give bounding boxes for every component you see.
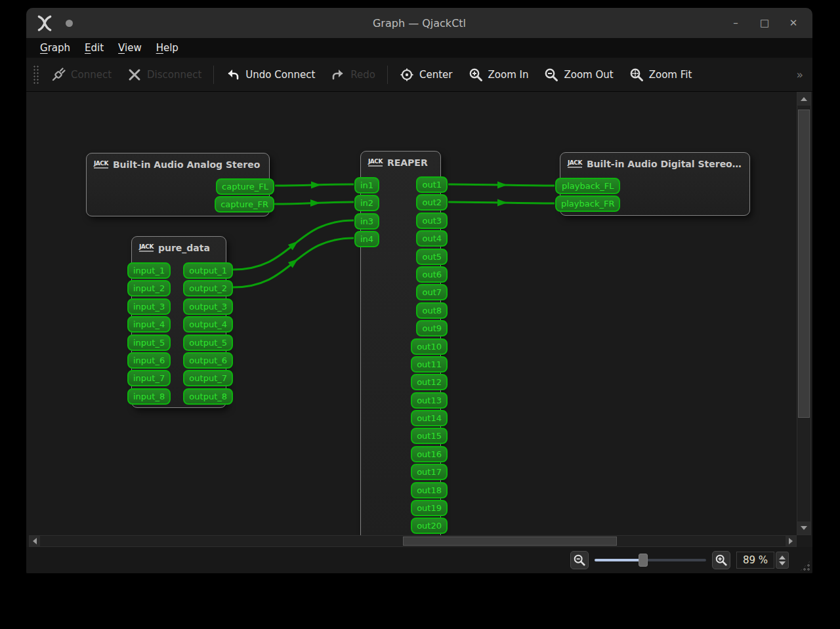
output-port[interactable]: out9 [416,320,448,336]
up-arrow-icon [801,97,807,101]
disconnect-button[interactable]: Disconnect [119,63,209,87]
input-port[interactable]: input_1 [127,262,171,279]
qjackctl-graph-window: Graph — QjackCtl – □ ✕ Graph Edit View H… [26,8,812,573]
titlebar[interactable]: Graph — QjackCtl – □ ✕ [26,8,812,38]
undo-connect-button[interactable]: Undo Connect [218,63,323,87]
output-port[interactable]: out12 [411,374,448,390]
statusbar-zoom-in-button[interactable] [712,551,730,569]
node-reaper[interactable]: JACK REAPER in1in2in3in4 out1out2out3out… [360,151,441,535]
zoom-in-button[interactable]: Zoom In [461,63,537,87]
scroll-right-button[interactable] [786,536,796,546]
input-port[interactable]: input_5 [127,335,171,351]
input-port[interactable]: in1 [354,177,379,193]
node-title: REAPER [387,157,428,168]
vertical-scrollbar-thumb[interactable] [798,110,810,418]
scroll-up-button[interactable] [797,92,810,106]
output-port[interactable]: output_5 [183,335,233,351]
input-port[interactable]: input_7 [127,370,171,386]
left-arrow-icon [33,538,37,544]
jack-badge-icon: JACK [94,161,108,169]
vertical-scrollbar[interactable] [797,92,811,535]
statusbar-zoom-out-button[interactable] [570,551,589,569]
menubar: Graph Edit View Help [26,38,812,58]
scroll-left-button[interactable] [30,536,40,546]
zoom-out-button[interactable]: Zoom Out [536,63,621,87]
input-port[interactable]: playback_FR [555,195,620,212]
input-port[interactable]: input_3 [127,298,171,315]
zoom-spin-buttons[interactable] [776,552,789,569]
output-port[interactable]: output_7 [183,370,233,386]
graph-canvas[interactable]: JACK Built-in Audio Analog Stereo captur… [26,92,797,535]
scroll-down-button[interactable] [797,521,810,535]
zoom-slider-handle[interactable] [639,554,648,567]
input-port[interactable]: in4 [354,231,379,247]
node-title: pure_data [158,243,210,253]
input-port[interactable]: input_6 [127,352,171,369]
redo-button[interactable]: Redo [323,63,383,87]
output-port[interactable]: output_6 [183,352,233,369]
output-port[interactable]: out1 [416,176,448,193]
undo-arrow-icon [226,68,240,82]
output-port[interactable]: out19 [411,500,448,516]
output-port[interactable]: output_4 [183,316,233,333]
output-port[interactable]: out14 [411,410,448,426]
reaper-output-ports: out1out2out3out4out5out6out7out8out9out1… [411,176,448,534]
output-port[interactable]: out4 [416,230,448,247]
center-button[interactable]: Center [392,63,461,87]
toolbar-overflow-chevron[interactable]: » [797,68,807,81]
output-port[interactable]: capture_FL [216,178,274,195]
center-crosshair-icon [400,68,414,82]
menu-view[interactable]: View [111,40,149,56]
input-port[interactable]: playback_FL [555,178,620,194]
output-port[interactable]: output_8 [183,388,233,405]
output-port[interactable]: out18 [411,482,448,498]
window-resize-grip[interactable] [800,561,810,571]
menu-help[interactable]: Help [149,40,186,56]
output-port[interactable]: out11 [411,356,448,373]
zoom-slider[interactable] [595,554,706,567]
input-port[interactable]: input_4 [127,316,171,333]
node-digital-stereo[interactable]: JACK Built-in Audio Digital Stereo… play… [560,152,750,216]
zoom-fit-button[interactable]: Zoom Fit [621,63,700,87]
output-port[interactable]: out2 [416,194,448,211]
output-port[interactable]: capture_FR [215,196,274,213]
output-port[interactable]: output_2 [183,280,233,296]
node-title: Built-in Audio Digital Stereo… [587,159,742,169]
output-port[interactable]: out17 [411,464,448,480]
input-port[interactable]: in3 [354,213,379,230]
menu-edit[interactable]: Edit [77,40,111,56]
zoom-out-magnifier-icon [573,554,586,567]
spin-down-icon [779,561,786,565]
output-port[interactable]: out8 [416,302,448,319]
node-pure-data[interactable]: JACK pure_data input_1input_2input_3inpu… [131,236,226,408]
output-port[interactable]: out3 [416,213,448,229]
input-port[interactable]: input_2 [127,280,171,296]
menu-graph[interactable]: Graph [33,40,77,56]
output-port[interactable]: out15 [411,428,448,444]
node-analog-stereo[interactable]: JACK Built-in Audio Analog Stereo captur… [86,153,270,216]
horizontal-scrollbar[interactable] [29,535,797,547]
output-port[interactable]: out5 [416,249,448,265]
zoom-percent-value[interactable]: 89 % [736,552,774,569]
output-port[interactable]: out7 [416,284,448,300]
toolbar-separator [387,66,388,84]
jack-badge-icon: JACK [368,159,383,167]
output-port[interactable]: out13 [411,392,448,409]
wire-arrow-icon [310,199,320,207]
output-port[interactable]: out20 [411,517,448,534]
horizontal-scrollbar-thumb[interactable] [403,537,617,546]
output-port[interactable]: output_3 [183,298,233,315]
toolbar-drag-handle[interactable] [33,65,39,85]
connect-button[interactable]: Connect [43,63,119,87]
wire-arrow-icon [497,199,507,207]
right-arrow-icon [789,538,793,544]
output-port[interactable]: out16 [411,446,448,462]
wire-arrow-icon [311,182,321,189]
output-port[interactable]: output_1 [183,262,233,279]
zoom-percent-spinbox: 89 % [736,552,789,569]
statusbar: 89 % [26,547,812,573]
output-port[interactable]: out10 [411,338,448,355]
input-port[interactable]: input_8 [127,388,171,405]
output-port[interactable]: out6 [416,266,448,283]
input-port[interactable]: in2 [354,195,379,211]
